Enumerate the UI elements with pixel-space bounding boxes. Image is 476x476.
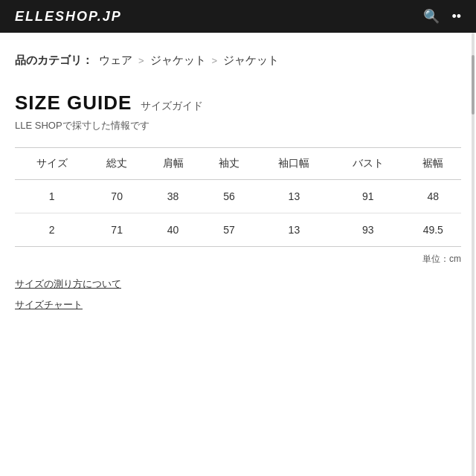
cell-sleeve-2: 57	[201, 213, 257, 247]
col-header-hem: 裾幅	[405, 148, 461, 180]
cell-hem-2: 49.5	[405, 213, 461, 247]
col-header-bust: バスト	[331, 148, 405, 180]
cell-shoulder-1: 38	[145, 180, 201, 213]
search-icon[interactable]: 🔍	[423, 8, 440, 25]
breadcrumb-label: 品のカテゴリ：	[15, 54, 93, 68]
scrollbar[interactable]	[472, 33, 475, 476]
cell-bust-1: 91	[331, 180, 405, 213]
cell-bust-2: 93	[331, 213, 405, 247]
table-row: 1 70 38 56 13 91 48	[15, 180, 461, 213]
scrollbar-thumb[interactable]	[472, 55, 475, 115]
col-header-sleeve: 袖丈	[201, 148, 257, 180]
cell-shoulder-2: 40	[145, 213, 201, 247]
size-guide-section: SIZE GUIDE サイズガイド LLE SHOPで採寸した情報です サイズ …	[15, 91, 461, 312]
unit-label: 単位：cm	[15, 253, 461, 266]
col-header-total-length: 総丈	[89, 148, 144, 180]
cell-cuff-2: 13	[257, 213, 331, 247]
cell-cuff-1: 13	[257, 180, 331, 213]
size-chart-link[interactable]: サイズチャート	[15, 298, 461, 312]
cell-size-2: 2	[15, 213, 89, 247]
main-content: 品のカテゴリ： ウェア > ジャケット > ジャケット SIZE GUIDE サ…	[0, 33, 476, 341]
size-measurement-link[interactable]: サイズの測り方について	[15, 277, 461, 291]
site-header: ELLESHOP.JP 🔍 ••	[0, 0, 476, 33]
breadcrumb-sep-0: >	[138, 55, 144, 66]
site-logo: ELLESHOP.JP	[15, 9, 122, 25]
col-header-shoulder: 肩幅	[145, 148, 201, 180]
cell-hem-1: 48	[405, 180, 461, 213]
col-header-cuff: 袖口幅	[257, 148, 331, 180]
breadcrumb: 品のカテゴリ： ウェア > ジャケット > ジャケット	[15, 54, 461, 68]
breadcrumb-sep-1: >	[212, 55, 218, 66]
breadcrumb-item-2[interactable]: ジャケット	[223, 54, 279, 68]
table-row: 2 71 40 57 13 93 49.5	[15, 213, 461, 247]
table-header-row: サイズ 総丈 肩幅 袖丈 袖口幅 バスト 裾幅	[15, 148, 461, 180]
size-guide-title-ja: サイズガイド	[141, 100, 203, 113]
breadcrumb-item-1[interactable]: ジャケット	[150, 54, 206, 68]
cell-size-1: 1	[15, 180, 89, 213]
cell-total-length-2: 71	[89, 213, 144, 247]
col-header-size: サイズ	[15, 148, 89, 180]
cell-total-length-1: 70	[89, 180, 144, 213]
breadcrumb-item-0[interactable]: ウェア	[99, 54, 132, 68]
size-guide-title-row: SIZE GUIDE サイズガイド	[15, 91, 461, 115]
menu-icon[interactable]: ••	[451, 9, 461, 25]
size-guide-title-en: SIZE GUIDE	[15, 91, 132, 115]
cell-sleeve-1: 56	[201, 180, 257, 213]
size-table: サイズ 総丈 肩幅 袖丈 袖口幅 バスト 裾幅 1 70 38 56	[15, 147, 461, 247]
size-guide-description: LLE SHOPで採寸した情報です	[15, 119, 461, 132]
